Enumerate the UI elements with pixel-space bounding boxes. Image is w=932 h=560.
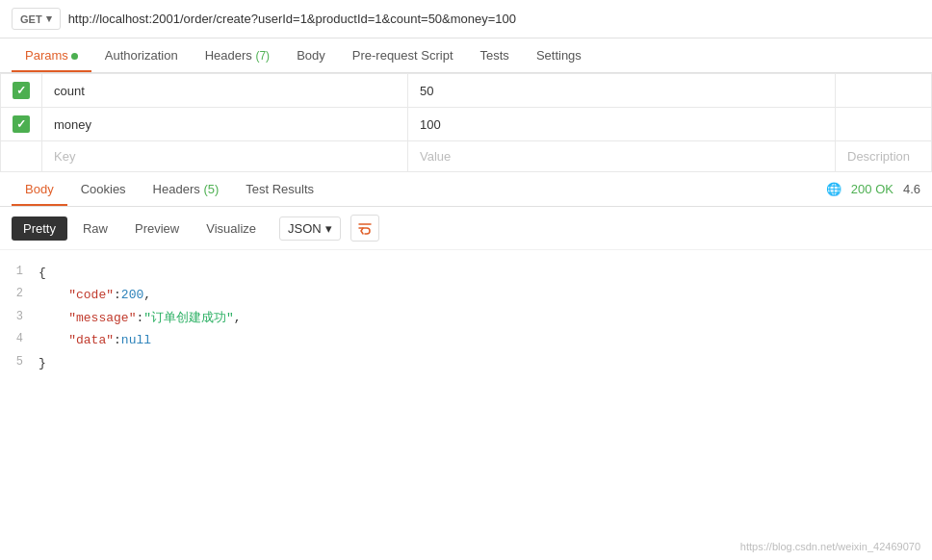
- format-select[interactable]: JSON ▾: [279, 216, 341, 241]
- request-tabs: Params Authorization Headers (7) Body Pr…: [0, 38, 932, 73]
- param-desc-money[interactable]: [836, 108, 932, 141]
- raw-button[interactable]: Raw: [71, 216, 119, 241]
- description-placeholder: Description: [836, 141, 932, 172]
- param-value-money[interactable]: 100: [408, 108, 836, 141]
- params-dot: [71, 53, 78, 60]
- method-select[interactable]: GET ▾: [12, 8, 61, 30]
- checkbox-money[interactable]: ✓: [1, 108, 42, 141]
- method-label: GET: [20, 13, 42, 25]
- params-placeholder-row: Key Value Description: [1, 141, 932, 172]
- response-time: 4.6: [903, 182, 920, 196]
- url-bar: GET ▾: [0, 0, 932, 38]
- json-line-2: 2 "code" : 200 ,: [0, 284, 920, 306]
- json-line-1: 1 {: [0, 262, 920, 284]
- checkbox-count[interactable]: ✓: [1, 74, 42, 108]
- response-tabs: Body Cookies Headers (5) Test Results 🌐 …: [0, 172, 932, 207]
- json-line-5: 5 }: [0, 352, 920, 374]
- response-tab-cookies[interactable]: Cookies: [67, 172, 140, 206]
- pretty-button[interactable]: Pretty: [12, 216, 67, 241]
- json-line-3: 3 "message" : "订单创建成功" ,: [0, 307, 920, 329]
- url-input[interactable]: [68, 8, 920, 30]
- json-viewer: 1 { 2 "code" : 200 , 3 "message" : "订单创建…: [0, 250, 932, 386]
- method-chevron: ▾: [46, 13, 52, 25]
- param-value-count[interactable]: 50: [408, 74, 836, 108]
- tab-prerequest[interactable]: Pre-request Script: [339, 38, 467, 72]
- tab-tests[interactable]: Tests: [467, 38, 523, 72]
- params-table: ✓ count 50 ✓ money 100 Key Value Descrip…: [0, 73, 932, 172]
- preview-button[interactable]: Preview: [123, 216, 191, 241]
- response-meta: 🌐 200 OK 4.6: [826, 182, 920, 196]
- value-placeholder[interactable]: Value: [408, 141, 836, 172]
- format-bar: Pretty Raw Preview Visualize JSON ▾: [0, 207, 932, 250]
- format-chevron: ▾: [325, 221, 332, 236]
- tab-authorization[interactable]: Authorization: [91, 38, 192, 72]
- tab-params[interactable]: Params: [12, 38, 91, 72]
- param-key-money[interactable]: money: [42, 108, 408, 141]
- param-desc-count[interactable]: [836, 74, 932, 108]
- watermark: https://blog.csdn.net/weixin_42469070: [740, 541, 920, 552]
- status-badge: 200 OK: [851, 182, 893, 196]
- param-key-count[interactable]: count: [42, 74, 408, 108]
- globe-icon: 🌐: [826, 182, 841, 196]
- table-row: ✓ count 50: [1, 74, 932, 108]
- format-label: JSON: [288, 221, 322, 236]
- table-row: ✓ money 100: [1, 108, 932, 141]
- response-tab-headers[interactable]: Headers (5): [140, 172, 233, 206]
- key-placeholder[interactable]: Key: [42, 141, 408, 172]
- tab-headers[interactable]: Headers (7): [192, 38, 283, 72]
- response-tab-testresults[interactable]: Test Results: [232, 172, 327, 206]
- wrap-button[interactable]: [350, 215, 379, 242]
- tab-body[interactable]: Body: [283, 38, 339, 72]
- visualize-button[interactable]: Visualize: [194, 216, 268, 241]
- app-container: GET ▾ Params Authorization Headers (7) B…: [0, 0, 932, 560]
- json-line-4: 4 "data" : null: [0, 329, 920, 351]
- response-tab-body[interactable]: Body: [12, 172, 67, 206]
- tab-settings[interactable]: Settings: [523, 38, 595, 72]
